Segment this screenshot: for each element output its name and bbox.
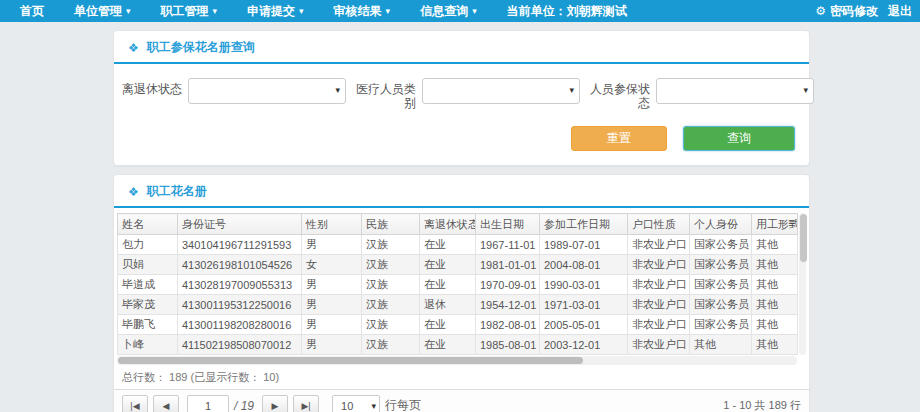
- table-cell: 汉族: [362, 275, 420, 295]
- nav-item-label: 审核结果: [334, 3, 382, 20]
- column-header-personal-identity[interactable]: 个人身份: [690, 214, 752, 235]
- table-cell: 卜峰: [118, 335, 178, 355]
- table-cell: 其他: [752, 255, 798, 275]
- rows-per-page-label: 行每页: [385, 397, 421, 412]
- table-cell: 1971-03-01: [540, 295, 628, 315]
- table-body: 包力340104196711291593男汉族在业1967-11-011989-…: [118, 235, 798, 355]
- column-header-household-type[interactable]: 户口性质: [628, 214, 690, 235]
- table-cell: 包力: [118, 235, 178, 255]
- nav-item-label: 职工管理: [161, 3, 209, 20]
- row-count-summary: 总行数： 189 (已显示行数： 10): [114, 365, 809, 389]
- reset-button[interactable]: 重置: [571, 126, 667, 151]
- search-button[interactable]: 查询: [683, 126, 795, 151]
- table-row[interactable]: 毕鹏飞413001198208280016男汉族在业1982-08-012005…: [118, 315, 798, 335]
- table-row[interactable]: 包力340104196711291593男汉族在业1967-11-011989-…: [118, 235, 798, 255]
- table-cell: 413001198208280016: [178, 315, 302, 335]
- horizontal-scrollbar-thumb[interactable]: [118, 357, 583, 364]
- nav-item-application-submit[interactable]: 申请提交 ▾: [247, 3, 304, 20]
- table-header-row: 姓名 身份证号 性别 民族 离退休状态 出生日期 参加工作日期 户口性质 个人身…: [118, 214, 798, 235]
- retirement-status-label: 离退休状态: [122, 82, 182, 96]
- top-navbar: 首页 单位管理 ▾ 职工管理 ▾ 申请提交 ▾ 审核结果 ▾ 信息查询 ▾ 当前…: [0, 0, 920, 22]
- column-header-birth-date[interactable]: 出生日期: [476, 214, 540, 235]
- page-size-select[interactable]: 10: [332, 395, 380, 412]
- pagination-bar: |◀ ◀ / 19 ▶ ▶| 10 ▾ 行每页 1 - 10 共 189 行: [114, 389, 809, 412]
- logout-button[interactable]: 退出: [888, 3, 912, 20]
- table-row[interactable]: 毕道成413028197009055313男汉族在业1970-09-011990…: [118, 275, 798, 295]
- table-cell: 毕鹏飞: [118, 315, 178, 335]
- nav-item-info-query[interactable]: 信息查询 ▾: [420, 3, 477, 20]
- chevron-down-icon: ▾: [299, 7, 304, 16]
- column-header-gender[interactable]: 性别: [302, 214, 362, 235]
- query-panel-title: 职工参保花名册查询: [147, 39, 255, 56]
- chevron-down-icon: ▾: [213, 7, 218, 16]
- table-cell: 1982-08-01: [476, 315, 540, 335]
- table-cell: 1990-03-01: [540, 275, 628, 295]
- medical-personnel-type-select[interactable]: [422, 78, 580, 104]
- table-cell: 在业: [420, 335, 476, 355]
- table-cell: 男: [302, 295, 362, 315]
- page-number-input[interactable]: [187, 395, 229, 412]
- roster-grid-area: 姓名 身份证号 性别 民族 离退休状态 出生日期 参加工作日期 户口性质 个人身…: [114, 208, 809, 355]
- horizontal-scrollbar[interactable]: [117, 356, 797, 365]
- field-medical-personnel-type: 医疗人员类别 ▾: [356, 78, 580, 110]
- table-row[interactable]: 贝娟413026198101054526女汉族在业1981-01-012004-…: [118, 255, 798, 275]
- table-cell: 国家公务员: [690, 275, 752, 295]
- table-cell: 男: [302, 315, 362, 335]
- vertical-scrollbar-thumb[interactable]: [800, 214, 807, 262]
- table-row[interactable]: 毕家茂413001195312250016男汉族退休1954-12-011971…: [118, 295, 798, 315]
- column-header-id-number[interactable]: 身份证号: [178, 214, 302, 235]
- table-cell: 国家公务员: [690, 255, 752, 275]
- nav-item-label: 首页: [20, 3, 44, 20]
- row-range-label: 1 - 10 共 189 行: [723, 398, 801, 412]
- previous-page-button[interactable]: ◀: [153, 395, 179, 412]
- table-cell: 女: [302, 255, 362, 275]
- insured-status-select[interactable]: [656, 78, 814, 104]
- vertical-scrollbar[interactable]: [799, 213, 806, 355]
- current-unit-label: 当前单位：刘朝辉测试: [507, 3, 627, 20]
- table-cell: 退休: [420, 295, 476, 315]
- table-cell: 贝娟: [118, 255, 178, 275]
- table-cell: 1954-12-01: [476, 295, 540, 315]
- table-cell: 413001195312250016: [178, 295, 302, 315]
- nav-item-review-results[interactable]: 审核结果 ▾: [334, 3, 391, 20]
- column-header-ethnicity[interactable]: 民族: [362, 214, 420, 235]
- next-page-button[interactable]: ▶: [262, 395, 288, 412]
- column-header-work-start-date[interactable]: 参加工作日期: [540, 214, 628, 235]
- retirement-status-select[interactable]: [188, 78, 346, 104]
- table-cell: 非农业户口: [628, 235, 690, 255]
- table-cell: 其他: [752, 275, 798, 295]
- change-password-button[interactable]: ⚙ 密码修改: [815, 3, 878, 20]
- table-cell: 国家公务员: [690, 235, 752, 255]
- nav-item-employee-management[interactable]: 职工管理 ▾: [161, 3, 218, 20]
- chevron-down-icon: ▾: [126, 7, 131, 16]
- table-cell: 其他: [752, 315, 798, 335]
- column-header-name[interactable]: 姓名: [118, 214, 178, 235]
- column-menu-icon[interactable]: ≡: [788, 216, 795, 230]
- query-panel-header: ❖ 职工参保花名册查询: [114, 31, 809, 64]
- table-cell: 男: [302, 335, 362, 355]
- first-page-button[interactable]: |◀: [122, 395, 148, 412]
- table-cell: 男: [302, 275, 362, 295]
- nav-item-unit-management[interactable]: 单位管理 ▾: [74, 3, 131, 20]
- last-page-button[interactable]: ▶|: [293, 395, 319, 412]
- table-cell: 国家公务员: [690, 315, 752, 335]
- query-buttons: 重置 查询: [114, 110, 809, 165]
- nav-item-label: 单位管理: [74, 3, 122, 20]
- table-cell: 413028197009055313: [178, 275, 302, 295]
- table-cell: 毕家茂: [118, 295, 178, 315]
- table-cell: 汉族: [362, 255, 420, 275]
- gear-icon: ⚙: [815, 4, 826, 18]
- table-cell: 2004-08-01: [540, 255, 628, 275]
- nav-item-label: 信息查询: [420, 3, 468, 20]
- column-header-retirement-status[interactable]: 离退休状态: [420, 214, 476, 235]
- column-header-employment-form[interactable]: 用工形式 ≡: [752, 214, 798, 235]
- nav-item-home[interactable]: 首页: [20, 3, 44, 20]
- roster-panel-header: ❖ 职工花名册: [114, 175, 809, 208]
- nav-right: ⚙ 密码修改 退出: [815, 3, 912, 20]
- field-insured-status: 人员参保状态 ▾: [590, 78, 814, 110]
- query-panel: ❖ 职工参保花名册查询 离退休状态 ▾ 医疗人员类别 ▾ 人员参保状态: [113, 30, 810, 166]
- table-cell: 汉族: [362, 235, 420, 255]
- table-row[interactable]: 卜峰411502198508070012男汉族在业1985-08-012003-…: [118, 335, 798, 355]
- roster-panel-title: 职工花名册: [147, 183, 207, 200]
- roster-table: 姓名 身份证号 性别 民族 离退休状态 出生日期 参加工作日期 户口性质 个人身…: [117, 213, 798, 355]
